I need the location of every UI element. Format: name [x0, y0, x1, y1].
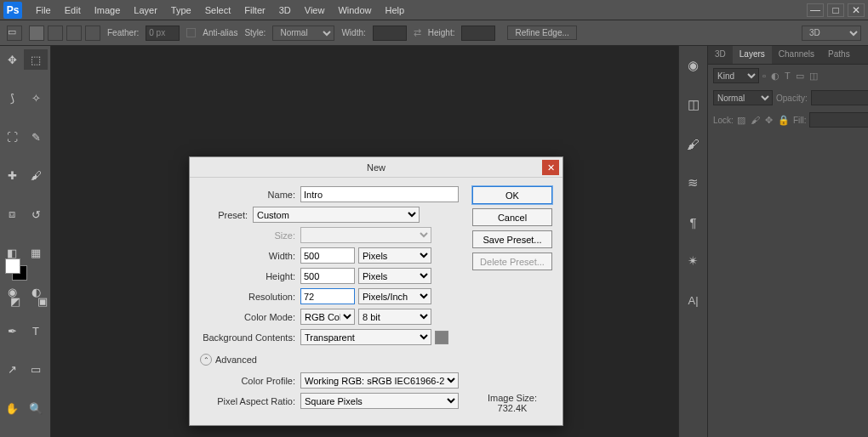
lock-pixels-icon[interactable]: 🖌	[751, 115, 760, 126]
image-size-value: 732.4K	[472, 403, 552, 413]
pixel-aspect-select[interactable]: Square Pixels	[300, 393, 459, 409]
antialias-label: Anti-alias	[203, 28, 237, 37]
zoom-tool-icon[interactable]: 🔍	[24, 398, 48, 418]
refine-edge-button[interactable]: Refine Edge...	[507, 26, 576, 40]
filter-pixel-icon[interactable]: ▫	[762, 71, 766, 82]
dialog-close-button[interactable]: ✕	[542, 160, 559, 175]
name-input[interactable]	[300, 186, 459, 202]
close-icon[interactable]: ✕	[848, 3, 865, 17]
blend-mode-select[interactable]: Normal	[713, 90, 773, 105]
hand-tool-icon[interactable]: ✋	[0, 398, 24, 418]
app-logo-icon: Ps	[3, 2, 22, 19]
maximize-icon[interactable]: □	[827, 3, 844, 17]
bg-color-swatch[interactable]	[435, 331, 448, 344]
menu-image[interactable]: Image	[88, 2, 128, 19]
antialias-checkbox[interactable]	[186, 28, 196, 37]
height-unit-select[interactable]: Pixels	[358, 268, 431, 284]
width-unit-select[interactable]: Pixels	[358, 247, 431, 264]
crop-tool-icon[interactable]: ⛶	[0, 127, 24, 147]
move-tool-icon[interactable]: ✥	[0, 49, 24, 70]
selection-add-icon[interactable]	[48, 26, 63, 41]
marquee-tool-icon[interactable]: ⬚	[24, 49, 48, 70]
pen-tool-icon[interactable]: ✒	[0, 321, 24, 341]
filter-type-icon[interactable]: T	[785, 71, 791, 82]
gradient-tool-icon[interactable]: ▦	[24, 243, 48, 264]
stamp-tool-icon[interactable]: ⧈	[0, 204, 24, 224]
foreground-color-swatch[interactable]	[5, 258, 20, 274]
swap-wh-icon[interactable]: ⇄	[414, 27, 421, 38]
color-mode-select[interactable]: RGB Color	[300, 309, 355, 325]
menu-select[interactable]: Select	[198, 2, 238, 19]
style-select[interactable]: Normal	[272, 26, 334, 41]
menu-layer[interactable]: Layer	[127, 2, 164, 19]
menu-type[interactable]: Type	[164, 2, 198, 19]
selection-sub-icon[interactable]	[66, 26, 82, 41]
opacity-input[interactable]	[811, 90, 868, 105]
healing-tool-icon[interactable]: ✚	[0, 166, 24, 186]
adjustments-panel-icon[interactable]: ✴	[684, 252, 703, 270]
tool-preset-icon[interactable]: ▭	[7, 26, 22, 41]
advanced-toggle[interactable]: ⌃ Advanced	[200, 354, 464, 366]
menu-edit[interactable]: Edit	[58, 2, 88, 19]
brush-tool-icon[interactable]: 🖌	[24, 166, 48, 186]
menu-view[interactable]: View	[298, 2, 332, 19]
resolution-unit-select[interactable]: Pixels/Inch	[358, 288, 431, 304]
save-preset-button[interactable]: Save Preset...	[472, 230, 552, 248]
lasso-tool-icon[interactable]: ⟆	[0, 88, 24, 109]
tab-paths[interactable]: Paths	[821, 46, 857, 64]
history-brush-tool-icon[interactable]: ↺	[24, 204, 48, 224]
advanced-label: Advanced	[215, 355, 257, 365]
type-tool-icon[interactable]: T	[24, 321, 48, 341]
swatches-panel-icon[interactable]: ◫	[684, 95, 703, 114]
workspace-select[interactable]: 3D	[802, 26, 861, 41]
preset-select[interactable]: Custom	[253, 207, 420, 223]
tab-layers[interactable]: Layers	[733, 46, 772, 64]
height-field[interactable]	[300, 268, 355, 284]
lock-position-icon[interactable]: ✥	[765, 115, 773, 126]
character-panel-icon[interactable]: A|	[684, 291, 703, 309]
dialog-titlebar[interactable]: New ✕	[190, 157, 562, 178]
menu-filter[interactable]: Filter	[237, 2, 271, 19]
menu-3d[interactable]: 3D	[272, 2, 298, 19]
shape-tool-icon[interactable]: ▭	[24, 360, 48, 380]
fill-input[interactable]	[809, 112, 868, 128]
resolution-field[interactable]	[300, 288, 355, 304]
materials-panel-icon[interactable]: ◉	[684, 56, 703, 75]
selection-intersect-icon[interactable]	[85, 26, 100, 41]
eyedropper-tool-icon[interactable]: ✎	[24, 127, 48, 147]
bg-contents-select[interactable]: Transparent	[300, 329, 431, 345]
quickmask-icon[interactable]: ◩	[3, 291, 27, 311]
lock-transparency-icon[interactable]: ▨	[737, 115, 745, 126]
layer-filter-icons[interactable]: ▫ ◐ T ▭ ◫	[762, 71, 818, 82]
brushes-panel-icon[interactable]: 🖌	[684, 134, 703, 153]
tab-channels[interactable]: Channels	[772, 46, 821, 64]
menu-window[interactable]: Window	[331, 2, 378, 19]
path-tool-icon[interactable]: ↗	[0, 360, 24, 380]
size-select	[300, 227, 431, 243]
tab-3d[interactable]: 3D	[708, 46, 733, 64]
menu-file[interactable]: File	[29, 2, 58, 19]
magic-wand-tool-icon[interactable]: ✧	[24, 88, 48, 109]
filter-adjust-icon[interactable]: ◐	[771, 71, 779, 82]
height-label: Height:	[428, 28, 455, 37]
lock-all-icon[interactable]: 🔒	[778, 115, 790, 126]
color-bits-select[interactable]: 8 bit	[358, 309, 431, 325]
menu-bar: Ps File Edit Image Layer Type Select Fil…	[0, 0, 868, 20]
width-field[interactable]	[300, 247, 355, 264]
layers-panel-icon[interactable]: ≋	[684, 173, 703, 192]
paragraph-panel-icon[interactable]: ¶	[684, 213, 703, 231]
bg-contents-label: Background Contents:	[200, 332, 300, 343]
filter-shape-icon[interactable]: ▭	[796, 71, 804, 82]
feather-input[interactable]	[146, 26, 180, 41]
cancel-button[interactable]: Cancel	[472, 208, 552, 226]
width-label: Width:	[341, 28, 365, 37]
selection-new-icon[interactable]	[29, 26, 44, 41]
layer-filter-select[interactable]: Kind	[713, 68, 759, 83]
menu-help[interactable]: Help	[379, 2, 412, 19]
feather-label: Feather:	[107, 28, 139, 37]
filter-smart-icon[interactable]: ◫	[809, 71, 818, 82]
color-profile-select[interactable]: Working RGB: sRGB IEC61966-2.1	[300, 372, 459, 389]
ok-button[interactable]: OK	[472, 186, 552, 204]
image-size-label: Image Size:	[472, 393, 552, 403]
minimize-icon[interactable]: —	[807, 3, 824, 17]
